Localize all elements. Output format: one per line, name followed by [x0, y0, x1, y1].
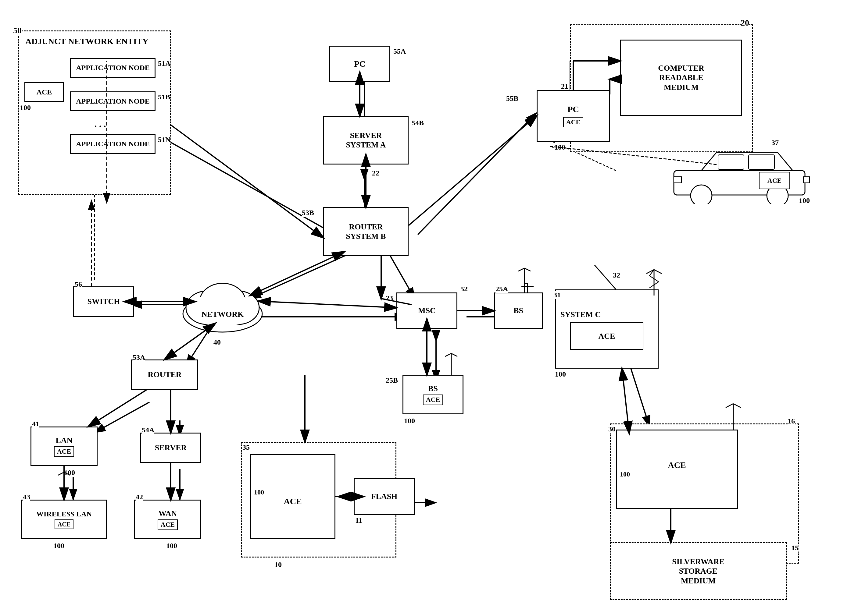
wan-box: WAN ACE [134, 500, 201, 539]
ref-100-car: 100 [799, 196, 810, 205]
msc-box: MSC [396, 292, 457, 329]
wan-label: WAN [159, 509, 177, 518]
svg-line-4 [390, 256, 415, 298]
svg-line-65 [733, 404, 741, 408]
ref-55a: 55A [393, 47, 406, 55]
ref-10: 10 [274, 561, 282, 569]
svg-rect-59 [674, 177, 681, 183]
svg-line-71 [171, 125, 323, 238]
ref-40: 40 [214, 338, 221, 346]
ref-53b: 53B [302, 209, 314, 217]
system-c-label: SYSTEM C [561, 310, 601, 319]
bs-25b-label: BS [428, 384, 438, 393]
lan-label: LAN [56, 436, 72, 445]
svg-line-2 [418, 113, 537, 235]
svg-text:ACE: ACE [767, 177, 782, 184]
svg-line-88 [622, 369, 628, 423]
ref-42: 42 [136, 493, 143, 501]
ref-16: 16 [788, 417, 795, 426]
app-node-51n: APPLICATION NODE [70, 134, 155, 154]
ref-100-system-c: 100 [555, 370, 566, 378]
svg-line-47 [451, 354, 457, 357]
router-system-b-label: ROUTERSYSTEM B [346, 222, 386, 241]
ref-100-pc-right: -100 [552, 143, 565, 151]
bs-25b: BS ACE [403, 375, 463, 414]
ref-51b: 51B [158, 93, 170, 101]
pc-55a-label: PC [354, 59, 365, 69]
svg-line-9 [95, 402, 149, 433]
svg-line-49 [58, 472, 64, 475]
svg-point-55 [691, 185, 712, 204]
bs-25a-antenna [512, 265, 537, 295]
app-node-51b: APPLICATION NODE [70, 91, 155, 111]
server-54a-label: SERVER [155, 443, 187, 453]
svg-line-76 [89, 390, 146, 427]
ref-100-ace30: 100 [620, 471, 630, 478]
ref-51a: 51A [158, 59, 170, 67]
svg-line-50 [64, 472, 70, 475]
ref-35: 35 [242, 443, 250, 451]
ref-53a: 53A [132, 354, 145, 362]
wireless-lan-box: WIRELESS LAN ACE [21, 500, 107, 539]
ref-22: 22 [372, 169, 379, 177]
computer-readable-medium-label: COMPUTERREADABLEMEDIUM [658, 63, 704, 92]
svg-line-64 [726, 404, 733, 408]
ref-100-adjunct: 100 [20, 103, 31, 112]
ace-adjunct-label: ACE [37, 88, 52, 97]
ref-20: 20 [741, 18, 749, 28]
ace-wireless-inner: ACE [54, 519, 74, 529]
svg-line-53 [654, 270, 662, 274]
svg-line-46 [445, 354, 451, 357]
ref-52: 52 [460, 285, 468, 293]
svg-text:NETWORK: NETWORK [201, 310, 244, 319]
network-cloud-svg: NETWORK [177, 268, 268, 335]
app-node-51a-label: APPLICATION NODE [76, 63, 150, 72]
ace-bs-inner: ACE [423, 394, 443, 405]
pc-ace-right: PC ACE [537, 90, 610, 142]
app-node-51a: APPLICATION NODE [70, 58, 155, 78]
ace-adjunct: ACE [24, 82, 64, 102]
switch-label: SWITCH [87, 297, 120, 306]
pc-55a: PC [329, 46, 390, 82]
ace-wan-inner: ACE [158, 519, 178, 530]
ref-100-wireless: 100 [53, 542, 64, 550]
car-svg: ACE [665, 137, 823, 204]
bs-25a: BS [494, 292, 543, 329]
ref-55b: 55B [506, 94, 518, 103]
switch-box: SWITCH [73, 286, 134, 317]
ref-54b: 54B [412, 119, 424, 127]
ace-system-c-label: ACE [598, 331, 615, 341]
lan-box: LAN ACE [30, 427, 98, 466]
ref-23: 23 [386, 294, 393, 302]
svg-rect-60 [803, 177, 809, 183]
svg-line-73 [268, 301, 396, 308]
server-system-a-label: SERVERSYSTEM A [346, 131, 386, 150]
svg-line-84 [409, 116, 537, 225]
server-system-a: SERVERSYSTEM A [323, 116, 409, 165]
svg-rect-58 [749, 155, 774, 169]
ref-25b: 25B [386, 376, 398, 384]
ref-32: 32 [613, 271, 620, 279]
flash-box: FLASH [354, 478, 415, 515]
svg-line-43 [518, 268, 525, 271]
app-node-51b-label: APPLICATION NODE [76, 97, 150, 106]
msc-label: MSC [418, 306, 436, 315]
ref-41: 41 [32, 420, 39, 428]
ellipsis: . . . [95, 119, 106, 129]
ace-main: 100 ACE [250, 454, 335, 539]
ref-51n: 51N [158, 136, 170, 144]
car-illustration: ACE 37 100 [665, 137, 823, 204]
ref-25a: 25A [495, 285, 508, 293]
app-node-51n-label: APPLICATION NODE [76, 139, 150, 148]
ref-15: 15 [791, 544, 798, 552]
svg-line-44 [525, 268, 531, 271]
router-53a: ROUTER [131, 360, 198, 390]
router-system-b: ROUTERSYSTEM B [323, 207, 409, 256]
svg-rect-57 [718, 155, 744, 169]
bs-25b-antenna [439, 350, 463, 378]
ref-21: 21 [561, 82, 568, 90]
ref-100-wan: 100 [166, 542, 177, 550]
ace-30-box: ACE 100 [616, 430, 738, 509]
adjunct-network-entity-box: 50 ADJUNCT NETWORK ENTITY [18, 30, 171, 195]
diagram-container: 50 ADJUNCT NETWORK ENTITY ACE 100 APPLIC… [0, 0, 851, 616]
